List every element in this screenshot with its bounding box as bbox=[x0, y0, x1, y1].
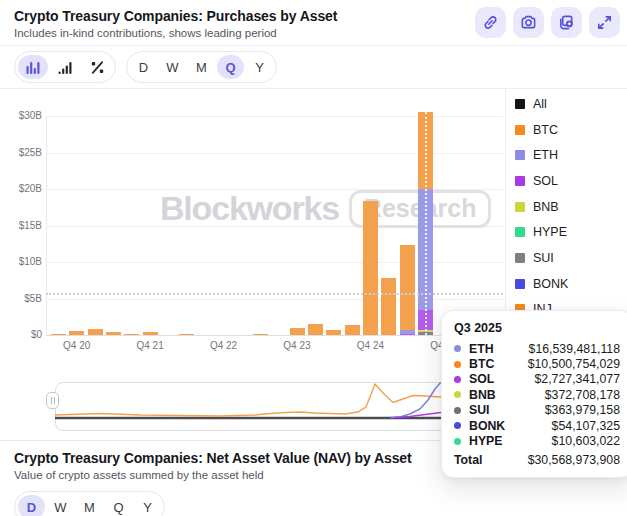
x-axis-tick-label: Q4 21 bbox=[130, 340, 170, 351]
tooltip-dot bbox=[454, 345, 461, 352]
bar-btc[interactable] bbox=[69, 331, 84, 335]
legend-label: ETH bbox=[533, 148, 558, 162]
gridline bbox=[46, 262, 503, 263]
tooltip-asset-value: $372,708,178 bbox=[545, 388, 620, 402]
chart-column: Blockworks Research $0$5B$10B$15B$20B$25… bbox=[0, 89, 505, 440]
purchases-period-q[interactable]: Q bbox=[217, 55, 244, 79]
gridline bbox=[46, 153, 503, 154]
bar-eth[interactable] bbox=[400, 330, 415, 334]
y-axis-tick-label: $0 bbox=[0, 329, 42, 340]
purchases-period-y[interactable]: Y bbox=[246, 55, 273, 79]
bar-btc[interactable] bbox=[179, 334, 194, 335]
legend-swatch bbox=[515, 227, 525, 237]
bar-btc[interactable] bbox=[345, 325, 360, 335]
purchases-period-w[interactable]: W bbox=[159, 55, 186, 79]
tooltip-row-eth: ETH$16,539,481,118 bbox=[454, 341, 620, 356]
bar-btc[interactable] bbox=[143, 332, 158, 335]
gridline bbox=[46, 226, 503, 227]
card-purchases-header: Crypto Treasury Companies: Purchases by … bbox=[0, 0, 627, 46]
bar-btc[interactable] bbox=[106, 332, 121, 335]
tooltip-asset-value: $363,979,158 bbox=[545, 403, 620, 417]
legend-item-eth[interactable]: ETH bbox=[515, 142, 627, 168]
fullscreen-button[interactable] bbox=[589, 7, 620, 38]
x-axis-tick-label: Q4 22 bbox=[204, 340, 244, 351]
bar-sol[interactable] bbox=[400, 334, 415, 335]
watermark-brand: Blockworks bbox=[160, 189, 339, 228]
tooltip-dot bbox=[454, 361, 461, 368]
bar-btc[interactable] bbox=[326, 330, 341, 335]
legend-label: SOL bbox=[533, 174, 558, 188]
bar-btc[interactable] bbox=[363, 201, 378, 335]
gridline bbox=[46, 189, 503, 190]
x-axis-tick-label: Q4 20 bbox=[57, 340, 97, 351]
tooltip-total-value: $30,568,973,908 bbox=[528, 453, 620, 467]
nav-period-m[interactable]: M bbox=[76, 495, 103, 516]
legend-item-bnb[interactable]: BNB bbox=[515, 194, 627, 220]
bar-btc[interactable] bbox=[124, 334, 139, 336]
legend-swatch bbox=[515, 99, 525, 109]
share-link-button[interactable] bbox=[475, 7, 506, 38]
y-axis-tick-label: $15B bbox=[0, 220, 42, 231]
bar-btc[interactable] bbox=[290, 328, 305, 335]
chart-tooltip: Q3 2025 ETH$16,539,481,118BTC$10,500,754… bbox=[441, 310, 627, 478]
range-left-handle[interactable] bbox=[46, 392, 59, 409]
percent-icon bbox=[90, 60, 105, 75]
legend-swatch bbox=[515, 253, 525, 263]
link-icon bbox=[482, 14, 499, 31]
tooltip-row-btc: BTC$10,500,754,029 bbox=[454, 356, 620, 371]
bar-btc[interactable] bbox=[88, 329, 103, 335]
y-axis-tick-label: $30B bbox=[0, 110, 42, 121]
bar-btc[interactable] bbox=[253, 334, 268, 335]
nav-period-q[interactable]: Q bbox=[105, 495, 132, 516]
chart-type-percent[interactable] bbox=[82, 55, 112, 79]
range-minimap bbox=[0, 379, 505, 440]
screenshot-button[interactable] bbox=[513, 7, 544, 38]
purchases-bar-chart[interactable]: Blockworks Research $0$5B$10B$15B$20B$25… bbox=[0, 89, 505, 379]
chart-type-ascending-bars[interactable] bbox=[50, 55, 80, 79]
legend-label: HYPE bbox=[533, 225, 567, 239]
legend-item-btc[interactable]: BTC bbox=[515, 117, 627, 143]
purchases-period-d[interactable]: D bbox=[130, 55, 157, 79]
legend-item-all[interactable]: All bbox=[515, 91, 627, 117]
ascending-bars-icon bbox=[57, 60, 73, 75]
y-axis-tick-label: $25B bbox=[0, 147, 42, 158]
tooltip-row-bnb: BNB$372,708,178 bbox=[454, 387, 620, 402]
legend-item-hype[interactable]: HYPE bbox=[515, 219, 627, 245]
nav-period-w[interactable]: W bbox=[47, 495, 74, 516]
tooltip-period-title: Q3 2025 bbox=[454, 321, 620, 335]
chart-type-stacked-bars[interactable] bbox=[18, 55, 48, 79]
legend-item-bonk[interactable]: BONK bbox=[515, 271, 627, 297]
x-axis-tick-label: Q4 23 bbox=[277, 340, 317, 351]
tooltip-row-sui: SUI$363,979,158 bbox=[454, 403, 620, 418]
watermark: Blockworks Research bbox=[160, 189, 491, 228]
legend-label: All bbox=[533, 97, 547, 111]
tooltip-dot bbox=[454, 422, 461, 429]
legend-swatch bbox=[515, 150, 525, 160]
gridline bbox=[46, 116, 503, 117]
stacked-bars-icon bbox=[25, 60, 41, 75]
tooltip-rows: ETH$16,539,481,118BTC$10,500,754,029SOL$… bbox=[454, 341, 620, 449]
bar-btc[interactable] bbox=[308, 324, 323, 335]
expand-icon bbox=[596, 14, 613, 31]
y-axis-tick-label: $20B bbox=[0, 183, 42, 194]
legend-item-sol[interactable]: SOL bbox=[515, 168, 627, 194]
bar-btc[interactable] bbox=[51, 334, 66, 336]
tooltip-dot bbox=[454, 407, 461, 414]
bar-btc[interactable] bbox=[400, 245, 415, 330]
tooltip-asset-value: $54,107,325 bbox=[552, 419, 620, 433]
tooltip-asset-label: HYPE bbox=[469, 434, 503, 448]
tooltip-asset-label: SOL bbox=[469, 372, 494, 386]
bar-btc[interactable] bbox=[381, 278, 396, 335]
tooltip-asset-label: ETH bbox=[469, 342, 494, 356]
blockworks-dashboard: { "header": { "title": "Crypto Treasury … bbox=[0, 0, 627, 516]
export-data-button[interactable] bbox=[551, 7, 582, 38]
hover-indicator-line bbox=[425, 112, 427, 335]
export-data-icon bbox=[558, 14, 575, 31]
purchases-period-m[interactable]: M bbox=[188, 55, 215, 79]
nav-period-y[interactable]: Y bbox=[134, 495, 161, 516]
tooltip-total-row: Total $30,568,973,908 bbox=[454, 453, 620, 467]
header-actions bbox=[475, 7, 620, 38]
camera-icon bbox=[520, 14, 537, 31]
nav-period-d[interactable]: D bbox=[18, 495, 45, 516]
legend-item-sui[interactable]: SUI bbox=[515, 245, 627, 271]
